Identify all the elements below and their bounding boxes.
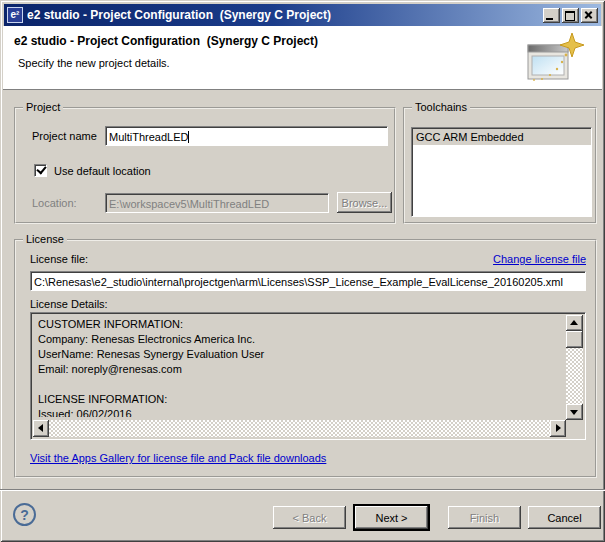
new-project-wizard-icon (520, 29, 586, 87)
toolchains-group-label: Toolchains (412, 101, 470, 113)
toolchains-group: Toolchains GCC ARM Embedded (403, 107, 597, 224)
arrow-left-icon (38, 424, 43, 432)
next-button[interactable]: Next > (355, 506, 428, 529)
toolchains-listbox[interactable]: GCC ARM Embedded (411, 127, 592, 217)
scroll-up-button[interactable] (566, 315, 583, 331)
change-license-file-link[interactable]: Change license file (493, 253, 586, 265)
toolchain-item-gcc-arm-embedded[interactable]: GCC ARM Embedded (413, 129, 591, 145)
wizard-header: e2 studio - Project Configuration (Syner… (3, 26, 602, 90)
apps-gallery-link[interactable]: Visit the Apps Gallery for license file … (30, 452, 326, 464)
project-configuration-dialog: e² e2 studio - Project Configuration (Sy… (0, 0, 605, 542)
project-group: Project Project name MultiThreadLED Use … (14, 107, 396, 224)
location-label: Location: (32, 197, 77, 209)
footer-separator (0, 489, 605, 491)
cancel-button[interactable]: Cancel (528, 506, 601, 529)
license-group: License License file: Change license fil… (14, 239, 597, 478)
use-default-location-checkbox[interactable] (34, 164, 47, 177)
title-bar[interactable]: e² e2 studio - Project Configuration (Sy… (4, 4, 601, 26)
page-subtitle: Specify the new project details. (18, 57, 170, 69)
use-default-location-label: Use default location (54, 165, 151, 177)
license-details-area[interactable]: CUSTOMER INFORMATION: Company: Renesas E… (30, 312, 586, 440)
license-file-path-field[interactable]: C:\Renesas\e2_studio\internal\projectgen… (30, 271, 586, 291)
use-default-location-row[interactable]: Use default location (34, 164, 151, 177)
horizontal-scrollbar[interactable] (33, 420, 566, 437)
license-details-text: CUSTOMER INFORMATION: Company: Renesas E… (38, 317, 563, 417)
location-input: E:\workspacev5\MultiThreadLED (105, 193, 329, 213)
page-title: e2 studio - Project Configuration (Syner… (14, 34, 318, 48)
maximize-button[interactable] (562, 8, 579, 23)
window-title: e2 studio - Project Configuration (Syner… (27, 8, 539, 22)
arrow-right-icon (556, 424, 561, 432)
project-group-label: Project (23, 101, 63, 113)
license-file-label: License file: (30, 253, 88, 265)
project-name-input[interactable]: MultiThreadLED (105, 126, 388, 146)
help-button[interactable]: ? (13, 503, 36, 526)
license-details-label: License Details: (30, 298, 108, 310)
back-button: < Back (273, 506, 346, 529)
minimize-button[interactable] (543, 8, 560, 23)
project-name-label: Project name (32, 130, 97, 142)
browse-button: Browse... (337, 192, 392, 213)
arrow-up-icon (570, 320, 578, 325)
license-group-label: License (23, 233, 67, 245)
close-button[interactable] (581, 8, 598, 23)
scroll-left-button[interactable] (33, 420, 49, 437)
finish-button: Finish (448, 506, 521, 529)
text-caret (188, 131, 189, 143)
arrow-down-icon (570, 410, 578, 415)
scroll-right-button[interactable] (550, 420, 566, 437)
e2-studio-app-icon: e² (7, 7, 23, 23)
vertical-scroll-thumb[interactable] (566, 331, 583, 348)
vertical-scrollbar[interactable] (566, 315, 583, 420)
project-name-value: MultiThreadLED (109, 131, 188, 143)
scroll-down-button[interactable] (566, 404, 583, 420)
